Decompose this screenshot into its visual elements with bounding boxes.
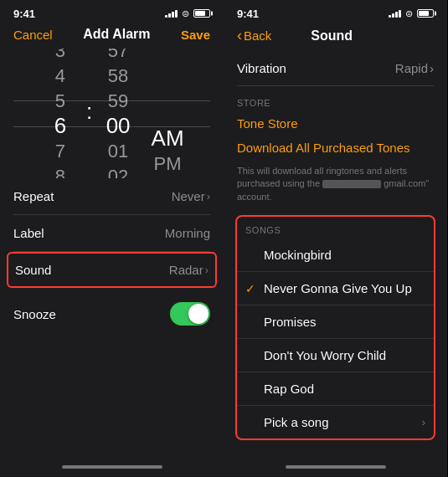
vibration-label: Vibration <box>237 61 286 75</box>
redacted-email-part <box>322 180 381 188</box>
ringtones-section: RINGTONES Bella Ciao (Marimba Remix) Bud… <box>237 449 434 459</box>
label-row[interactable]: Label Morning <box>13 215 210 252</box>
pm-option: PM <box>147 151 188 177</box>
sound-content: Vibration Rapid › STORE Tone Store Downl… <box>224 51 447 459</box>
pick-song-chevron-icon: › <box>422 416 425 428</box>
battery-icon <box>193 9 210 18</box>
home-indicator-left <box>62 465 162 469</box>
song-name-promises: Promises <box>264 315 425 329</box>
hour-4: 4 <box>36 64 85 89</box>
repeat-row[interactable]: Repeat Never › <box>13 178 210 215</box>
save-button[interactable]: Save <box>181 28 210 42</box>
song-name-pick: Pick a song <box>264 415 422 429</box>
back-chevron-icon: ‹ <box>237 27 242 44</box>
minute-01: 01 <box>94 139 142 164</box>
alarm-settings: Repeat Never › Label Morning Sound Radar… <box>0 178 224 459</box>
song-mockingbird[interactable]: Mockingbird <box>237 238 434 272</box>
wifi-icon-right: ⊜ <box>405 8 413 19</box>
right-panel: 9:41 ⊜ ‹ Back Sound Vibration <box>224 0 447 477</box>
cancel-button[interactable]: Cancel <box>13 28 53 42</box>
repeat-value: Never › <box>172 189 210 203</box>
picker-columns: 3 4 5 6 7 8 : 57 58 59 00 01 02 AM PM <box>36 49 188 178</box>
minute-59: 59 <box>94 89 142 114</box>
repeat-label: Repeat <box>13 189 54 203</box>
status-icons-left: ⊜ <box>165 8 210 19</box>
vibration-chevron-icon: › <box>430 61 434 75</box>
minute-02: 02 <box>94 164 142 179</box>
sound-row[interactable]: Sound Radar › <box>7 252 217 288</box>
songs-section: SONGS Mockingbird ✓ Never Gonna Give You… <box>235 215 435 440</box>
ringtones-header: RINGTONES <box>237 449 434 459</box>
signal-icon-right <box>389 10 401 18</box>
store-section-header: STORE <box>237 86 434 113</box>
am-selected: AM <box>147 126 188 151</box>
time-picker[interactable]: 3 4 5 6 7 8 : 57 58 59 00 01 02 AM PM <box>0 49 224 178</box>
status-time-right: 9:41 <box>237 8 259 20</box>
vibration-value: Rapid › <box>395 61 434 75</box>
hour-7: 7 <box>36 139 85 164</box>
back-button[interactable]: ‹ Back <box>237 27 271 44</box>
nav-bar-right: ‹ Back Sound <box>224 23 447 51</box>
nav-bar-left: Cancel Add Alarm Save <box>0 23 224 49</box>
left-panel: 9:41 ⊜ Cancel Add Alarm Save 3 4 <box>0 0 224 477</box>
song-promises[interactable]: Promises <box>237 305 434 339</box>
vibration-row[interactable]: Vibration Rapid › <box>237 51 434 86</box>
song-dont-worry[interactable]: Don't You Worry Child <box>237 339 434 372</box>
tone-store-link[interactable]: Tone Store <box>237 113 434 134</box>
song-check-never-gonna: ✓ <box>245 282 260 295</box>
hour-3: 3 <box>36 49 85 64</box>
song-name-dont-worry: Don't You Worry Child <box>264 348 425 362</box>
ampm-column[interactable]: AM PM <box>147 51 188 177</box>
sound-chevron: › <box>205 264 209 276</box>
minute-57: 57 <box>94 49 142 64</box>
minute-00-selected: 00 <box>94 114 142 139</box>
sound-label: Sound <box>15 263 51 277</box>
sound-value: Radar › <box>169 263 209 277</box>
status-icons-right: ⊜ <box>389 8 434 19</box>
song-name-rap-god: Rap God <box>264 382 425 396</box>
hour-5: 5 <box>36 89 85 114</box>
minutes-column[interactable]: 57 58 59 00 01 02 <box>94 49 142 178</box>
song-name-mockingbird: Mockingbird <box>264 248 425 262</box>
song-name-never-gonna: Never Gonna Give You Up <box>264 281 425 295</box>
status-bar-right: 9:41 ⊜ <box>224 0 447 23</box>
vibration-value-text: Rapid <box>395 61 428 75</box>
hour-6-selected: 6 <box>36 114 85 139</box>
status-time-left: 9:41 <box>13 8 35 20</box>
song-never-gonna[interactable]: ✓ Never Gonna Give You Up <box>237 272 434 305</box>
label-label: Label <box>13 226 44 240</box>
minute-58: 58 <box>94 64 142 89</box>
download-all-link[interactable]: Download All Purchased Tones <box>237 134 434 158</box>
snooze-label: Snooze <box>13 307 56 321</box>
sound-page-title: Sound <box>276 28 387 44</box>
hours-column[interactable]: 3 4 5 6 7 8 <box>36 49 85 178</box>
signal-icon <box>165 10 178 18</box>
song-rap-god[interactable]: Rap God <box>237 372 434 406</box>
song-pick-a-song[interactable]: Pick a song › <box>237 406 434 439</box>
hour-8: 8 <box>36 164 85 179</box>
store-note: This will download all ringtones and ale… <box>237 158 434 207</box>
home-indicator-right <box>286 465 386 469</box>
status-bar-left: 9:41 ⊜ <box>0 0 224 23</box>
add-alarm-title: Add Alarm <box>83 27 150 42</box>
battery-icon-right <box>417 9 434 18</box>
repeat-chevron: › <box>207 190 210 203</box>
label-value: Morning <box>165 226 210 240</box>
snooze-row[interactable]: Snooze <box>13 291 210 336</box>
songs-header: SONGS <box>237 217 434 238</box>
time-separator: : <box>86 99 92 128</box>
back-label: Back <box>244 28 271 43</box>
wifi-icon: ⊜ <box>182 8 189 19</box>
snooze-toggle[interactable] <box>170 302 210 326</box>
